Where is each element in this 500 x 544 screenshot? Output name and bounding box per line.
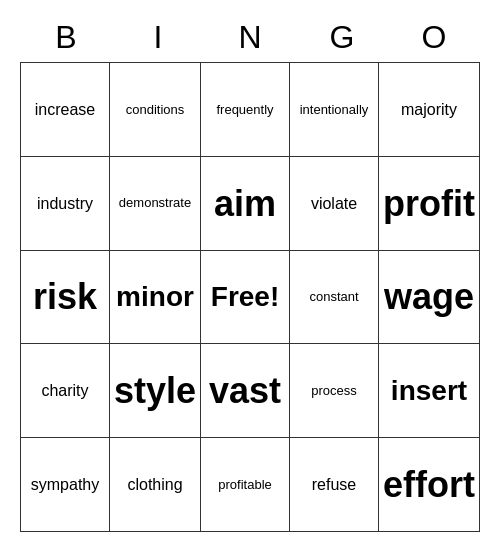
header-letter-I: I [112,12,204,62]
bingo-cell-text-r2-c2: Free! [211,280,279,314]
bingo-cell-r4-c1: clothing [110,438,201,532]
bingo-cell-text-r0-c1: conditions [126,102,185,118]
bingo-cell-text-r3-c4: insert [391,374,467,408]
bingo-cell-r1-c0: industry [21,157,110,251]
bingo-cell-r0-c2: frequently [201,63,290,157]
bingo-cell-text-r1-c4: profit [383,182,475,225]
bingo-cell-r1-c2: aim [201,157,290,251]
bingo-cell-r3-c4: insert [379,344,480,438]
bingo-cell-r3-c2: vast [201,344,290,438]
bingo-cell-text-r0-c4: majority [401,100,457,119]
bingo-cell-text-r4-c1: clothing [127,475,182,494]
bingo-cell-text-r3-c0: charity [41,381,88,400]
bingo-cell-text-r2-c1: minor [116,280,194,314]
bingo-cell-text-r4-c3: refuse [312,475,356,494]
header-letter-N: N [204,12,296,62]
bingo-cell-r2-c3: constant [290,251,379,345]
bingo-cell-r0-c0: increase [21,63,110,157]
bingo-cell-r4-c0: sympathy [21,438,110,532]
bingo-cell-text-r4-c2: profitable [218,477,271,493]
bingo-cell-text-r3-c3: process [311,383,357,399]
bingo-cell-r3-c3: process [290,344,379,438]
bingo-cell-r3-c0: charity [21,344,110,438]
bingo-cell-r3-c1: style [110,344,201,438]
bingo-cell-text-r2-c4: wage [384,275,474,318]
bingo-cell-r1-c3: violate [290,157,379,251]
bingo-cell-r4-c3: refuse [290,438,379,532]
bingo-cell-text-r0-c2: frequently [216,102,273,118]
bingo-cell-text-r4-c0: sympathy [31,475,99,494]
bingo-cell-r2-c2: Free! [201,251,290,345]
bingo-card: BINGO increaseconditionsfrequentlyintent… [20,12,480,532]
bingo-cell-text-r3-c2: vast [209,369,281,412]
bingo-cell-r4-c2: profitable [201,438,290,532]
bingo-cell-text-r1-c0: industry [37,194,93,213]
header-letter-B: B [20,12,112,62]
bingo-cell-text-r1-c1: demonstrate [119,195,191,211]
bingo-cell-text-r3-c1: style [114,369,196,412]
header-letter-G: G [296,12,388,62]
bingo-cell-r2-c0: risk [21,251,110,345]
bingo-cell-r1-c1: demonstrate [110,157,201,251]
bingo-cell-r2-c4: wage [379,251,480,345]
bingo-cell-text-r0-c0: increase [35,100,95,119]
bingo-cell-text-r2-c3: constant [309,289,358,305]
bingo-cell-r4-c4: effort [379,438,480,532]
bingo-cell-r0-c3: intentionally [290,63,379,157]
bingo-cell-r2-c1: minor [110,251,201,345]
bingo-cell-r1-c4: profit [379,157,480,251]
bingo-grid: increaseconditionsfrequentlyintentionall… [20,62,480,532]
bingo-cell-text-r2-c0: risk [33,275,97,318]
bingo-cell-text-r0-c3: intentionally [300,102,369,118]
bingo-cell-r0-c1: conditions [110,63,201,157]
bingo-cell-text-r1-c3: violate [311,194,357,213]
bingo-header: BINGO [20,12,480,62]
bingo-cell-text-r4-c4: effort [383,463,475,506]
header-letter-O: O [388,12,480,62]
bingo-cell-text-r1-c2: aim [214,182,276,225]
bingo-cell-r0-c4: majority [379,63,480,157]
